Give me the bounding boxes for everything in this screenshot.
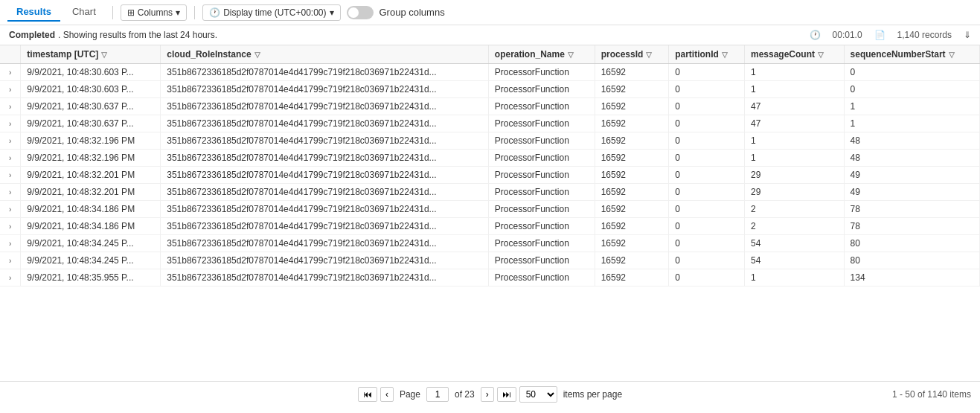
- expand-cell[interactable]: ›: [0, 132, 21, 150]
- cell-partition: 0: [669, 115, 745, 132]
- cell-operation: ProcessorFunction: [488, 252, 595, 269]
- cell-process: 16592: [595, 201, 669, 218]
- toolbar-divider2: [194, 6, 195, 19]
- export-icon[interactable]: ⇓: [964, 30, 971, 40]
- cell-cloud-role: 351b8672336185d2f0787014e4d41799c719f218…: [161, 64, 489, 81]
- cell-sequence: 0: [844, 64, 979, 81]
- tab-chart[interactable]: Chart: [63, 3, 105, 22]
- cell-sequence: 80: [844, 235, 979, 252]
- col-header-operation: operation_Name ▽: [488, 45, 595, 64]
- expand-icon[interactable]: ›: [6, 204, 14, 215]
- cell-partition: 0: [669, 98, 745, 115]
- columns-icon: ⊞: [127, 7, 135, 18]
- cell-cloud-role: 351b8672336185d2f0787014e4d41799c719f218…: [161, 98, 489, 115]
- expand-cell[interactable]: ›: [0, 201, 21, 218]
- filter-icon-timestamp[interactable]: ▽: [101, 51, 107, 59]
- expand-cell[interactable]: ›: [0, 184, 21, 201]
- cell-cloud-role: 351b8672336185d2f0787014e4d41799c719f218…: [161, 269, 489, 286]
- status-completed: Completed: [9, 30, 55, 40]
- cell-partition: 0: [669, 218, 745, 235]
- status-right: 🕐 00:01.0 📄 1,140 records ⇓: [810, 30, 971, 40]
- columns-label: Columns: [138, 7, 173, 18]
- expand-col-header: [0, 45, 21, 64]
- cell-process: 16592: [595, 150, 669, 167]
- expand-cell[interactable]: ›: [0, 64, 21, 81]
- cell-message: 1: [745, 132, 845, 150]
- cell-sequence: 78: [844, 218, 979, 235]
- cell-cloud-role: 351b8672336185d2f0787014e4d41799c719f218…: [161, 150, 489, 167]
- table-row: › 9/9/2021, 10:48:30.603 P... 351b867233…: [0, 64, 980, 81]
- col-header-partition: partitionId ▽: [669, 45, 745, 64]
- page-number-input[interactable]: [426, 387, 449, 402]
- cell-partition: 0: [669, 269, 745, 286]
- expand-icon[interactable]: ›: [6, 135, 14, 147]
- table-row: › 9/9/2021, 10:48:30.637 P... 351b867233…: [0, 98, 980, 115]
- cell-sequence: 134: [844, 269, 979, 286]
- cell-message: 1: [745, 150, 845, 167]
- cell-operation: ProcessorFunction: [488, 167, 595, 184]
- table-row: › 9/9/2021, 10:48:34.245 P... 351b867233…: [0, 235, 980, 252]
- cell-message: 2: [745, 201, 845, 218]
- cell-sequence: 80: [844, 252, 979, 269]
- cell-timestamp: 9/9/2021, 10:48:32.196 PM: [21, 132, 161, 150]
- tab-results[interactable]: Results: [7, 3, 60, 22]
- expand-icon[interactable]: ›: [6, 187, 14, 198]
- cell-partition: 0: [669, 201, 745, 218]
- cell-cloud-role: 351b8672336185d2f0787014e4d41799c719f218…: [161, 167, 489, 184]
- table-body: › 9/9/2021, 10:48:30.603 P... 351b867233…: [0, 64, 980, 286]
- filter-icon-message[interactable]: ▽: [818, 51, 824, 59]
- expand-icon[interactable]: ›: [6, 255, 14, 266]
- next-page-button[interactable]: ›: [481, 387, 494, 402]
- page-size-select[interactable]: 50 100 200: [519, 386, 557, 403]
- group-columns-label: Group columns: [379, 7, 445, 18]
- expand-icon[interactable]: ›: [6, 84, 14, 95]
- results-table: timestamp [UTC] ▽ cloud_RoleInstance ▽ o…: [0, 45, 980, 286]
- cell-timestamp: 9/9/2021, 10:48:34.186 PM: [21, 218, 161, 235]
- expand-cell[interactable]: ›: [0, 81, 21, 98]
- filter-icon-sequence[interactable]: ▽: [949, 51, 955, 59]
- expand-icon[interactable]: ›: [6, 170, 14, 181]
- filter-icon-partition[interactable]: ▽: [722, 51, 728, 59]
- group-columns-switch[interactable]: [347, 6, 374, 19]
- cell-sequence: 1: [844, 98, 979, 115]
- cell-sequence: 0: [844, 81, 979, 98]
- expand-cell[interactable]: ›: [0, 218, 21, 235]
- last-page-button[interactable]: ⏭: [497, 387, 516, 402]
- col-label-sequence: sequenceNumberStart: [851, 49, 946, 60]
- expand-cell[interactable]: ›: [0, 167, 21, 184]
- expand-icon[interactable]: ›: [6, 118, 14, 129]
- expand-cell[interactable]: ›: [0, 269, 21, 286]
- expand-icon[interactable]: ›: [6, 153, 14, 164]
- table-row: › 9/9/2021, 10:48:30.603 P... 351b867233…: [0, 81, 980, 98]
- expand-cell[interactable]: ›: [0, 98, 21, 115]
- cell-partition: 0: [669, 81, 745, 98]
- status-left: Completed . Showing results from the las…: [9, 30, 217, 40]
- cell-operation: ProcessorFunction: [488, 115, 595, 132]
- display-time-button[interactable]: 🕐 Display time (UTC+00:00) ▾: [202, 4, 340, 21]
- expand-cell[interactable]: ›: [0, 150, 21, 167]
- expand-icon[interactable]: ›: [6, 67, 14, 78]
- expand-cell[interactable]: ›: [0, 115, 21, 132]
- chevron-down-icon: ▾: [176, 7, 180, 18]
- filter-icon-operation[interactable]: ▽: [568, 51, 574, 59]
- status-description: . Showing results from the last 24 hours…: [58, 30, 217, 40]
- page-label: Page: [400, 389, 420, 400]
- columns-button[interactable]: ⊞ Columns ▾: [121, 4, 187, 21]
- expand-icon[interactable]: ›: [6, 101, 14, 112]
- cell-operation: ProcessorFunction: [488, 269, 595, 286]
- cell-cloud-role: 351b8672336185d2f0787014e4d41799c719f218…: [161, 81, 489, 98]
- expand-icon[interactable]: ›: [6, 221, 14, 232]
- cell-sequence: 48: [844, 150, 979, 167]
- expand-cell[interactable]: ›: [0, 252, 21, 269]
- expand-icon[interactable]: ›: [6, 272, 14, 284]
- filter-icon-process[interactable]: ▽: [646, 51, 652, 59]
- expand-icon[interactable]: ›: [6, 238, 14, 249]
- page-icon: 📄: [874, 30, 885, 40]
- filter-icon-cloud-role[interactable]: ▽: [254, 51, 260, 59]
- status-bar: Completed . Showing results from the las…: [0, 25, 980, 45]
- cell-message: 29: [745, 184, 845, 201]
- prev-page-button[interactable]: ‹: [380, 387, 394, 402]
- col-header-sequence: sequenceNumberStart ▽: [844, 45, 979, 64]
- expand-cell[interactable]: ›: [0, 235, 21, 252]
- first-page-button[interactable]: ⏮: [358, 387, 377, 402]
